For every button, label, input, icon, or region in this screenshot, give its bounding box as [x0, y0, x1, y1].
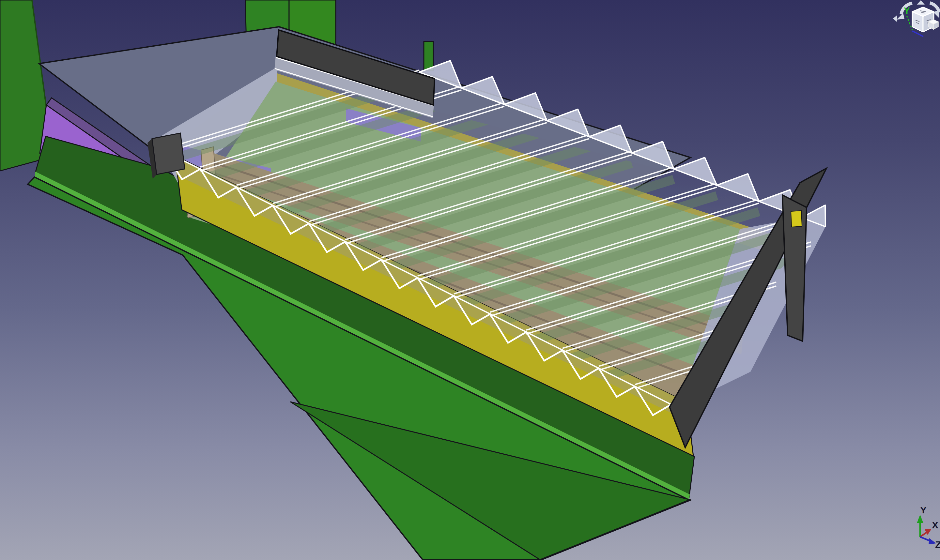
- scene-canvas[interactable]: Y Y X Z: [0, 0, 940, 560]
- left-end-cap[interactable]: [152, 133, 185, 174]
- x-axis-label: X: [932, 520, 938, 530]
- nav-cube-y-label: Y: [904, 6, 910, 15]
- nav-cube-body[interactable]: [912, 7, 934, 32]
- z-axis-label: Z: [935, 539, 940, 550]
- back-post[interactable]: [424, 42, 433, 71]
- beam-end-face: [791, 211, 802, 227]
- y-axis-label: Y: [920, 505, 927, 515]
- freecad-3d-viewport[interactable]: Y Y X Z: [0, 0, 940, 560]
